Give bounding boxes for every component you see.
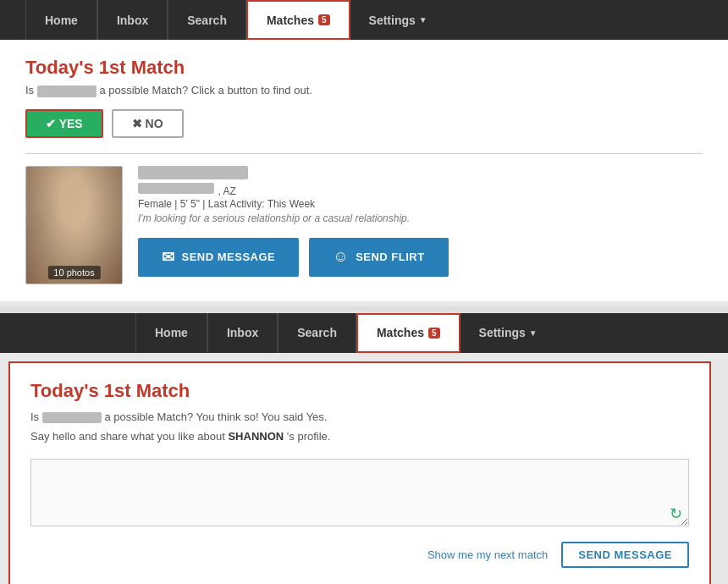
nav-item-inbox[interactable]: Inbox — [97, 0, 168, 40]
profile-card: 10 photos , AZ Female | 5' 5" | Last Act… — [25, 153, 703, 284]
profile-photo[interactable]: 10 photos — [25, 166, 123, 284]
send-flirt-label: SEND FLIRT — [356, 251, 425, 263]
envelope-icon: ✉ — [162, 248, 175, 267]
navbar-2: Home Inbox Search Matches 5 Settings ▼ — [0, 313, 728, 353]
text-line2-pre: Say hello and share what you like about — [30, 430, 225, 443]
profile-name-blurred — [138, 166, 248, 179]
action-buttons: ✉ SEND MESSAGE ☺ SEND FLIRT — [138, 238, 703, 277]
text-line1-post: a possible Match? You think so! You said… — [104, 410, 327, 423]
nav-item-settings[interactable]: Settings ▼ — [350, 0, 446, 40]
settings-label: Settings — [369, 14, 416, 27]
refresh-icon[interactable]: ↻ — [670, 504, 682, 523]
nav2-item-home[interactable]: Home — [135, 313, 207, 353]
subtitle-pre: Is — [25, 84, 34, 96]
yes-button[interactable]: ✔ YES — [25, 109, 103, 138]
nav2-item-matches[interactable]: Matches 5 — [356, 313, 461, 353]
send-message-label: SEND MESSAGE — [182, 251, 276, 263]
navbar-1: Home Inbox Search Matches 5 Settings ▼ — [0, 0, 728, 40]
no-button[interactable]: ✖ NO — [112, 109, 184, 138]
blurred-name-1 — [37, 85, 97, 97]
text-line1-pre: Is — [30, 410, 39, 423]
profile-location-suffix: , AZ — [218, 185, 235, 197]
matches-badge: 5 — [318, 14, 330, 25]
section-divider — [0, 306, 728, 313]
send-flirt-button[interactable]: ☺ SEND FLIRT — [309, 238, 448, 277]
textarea-wrapper: ↻ — [30, 449, 689, 530]
message-textarea[interactable] — [30, 459, 689, 526]
next-match-link[interactable]: Show me my next match — [427, 548, 548, 561]
nav2-chevron-down-icon: ▼ — [529, 328, 538, 338]
nav2-item-settings[interactable]: Settings ▼ — [461, 313, 556, 353]
section-lower: Home Inbox Search Matches 5 Settings ▼ T… — [0, 313, 728, 584]
profile-bio: I'm looking for a serious relationship o… — [138, 212, 703, 224]
nav-item-matches[interactable]: Matches 5 — [246, 0, 350, 40]
section-upper: Home Inbox Search Matches 5 Settings ▼ T… — [0, 0, 728, 301]
nav-item-search[interactable]: Search — [168, 0, 246, 40]
response-card: Today's 1st Match Is a possible Match? Y… — [8, 361, 711, 584]
response-text-1: Is a possible Match? You think so! You s… — [30, 409, 689, 426]
blurred-name-2 — [42, 412, 102, 423]
profile-info: , AZ Female | 5' 5" | Last Activity: Thi… — [138, 166, 703, 284]
nav2-settings-label: Settings — [479, 326, 526, 339]
match-title-1: Today's 1st Match — [25, 57, 703, 79]
text-line2-post: 's profile. — [287, 430, 331, 443]
nav2-item-inbox[interactable]: Inbox — [207, 313, 278, 353]
nav-item-home[interactable]: Home — [25, 0, 97, 40]
response-card-wrapper: Today's 1st Match Is a possible Match? Y… — [0, 353, 728, 584]
yes-no-row: ✔ YES ✖ NO — [25, 109, 703, 138]
nav2-matches-badge: 5 — [428, 328, 440, 339]
response-title: Today's 1st Match — [30, 380, 689, 402]
response-name: SHANNON — [228, 430, 284, 443]
send-message-button[interactable]: ✉ SEND MESSAGE — [138, 238, 299, 277]
chevron-down-icon: ▼ — [419, 15, 427, 25]
send-message-small-button[interactable]: SEND MESSAGE — [561, 542, 689, 568]
profile-details: Female | 5' 5" | Last Activity: This Wee… — [138, 198, 703, 210]
response-text-2: Say hello and share what you like about … — [30, 428, 689, 445]
nav2-matches-label: Matches — [377, 326, 424, 339]
photo-count: 10 photos — [47, 266, 100, 279]
matches-label: Matches — [267, 14, 314, 27]
profile-location-blurred — [138, 183, 214, 194]
response-actions: Show me my next match SEND MESSAGE — [30, 542, 689, 568]
nav2-item-search[interactable]: Search — [278, 313, 356, 353]
smiley-icon: ☺ — [333, 248, 349, 266]
subtitle-post: a possible Match? Click a button to find… — [99, 84, 312, 96]
match-subtitle-1: Is a possible Match? Click a button to f… — [25, 84, 703, 97]
